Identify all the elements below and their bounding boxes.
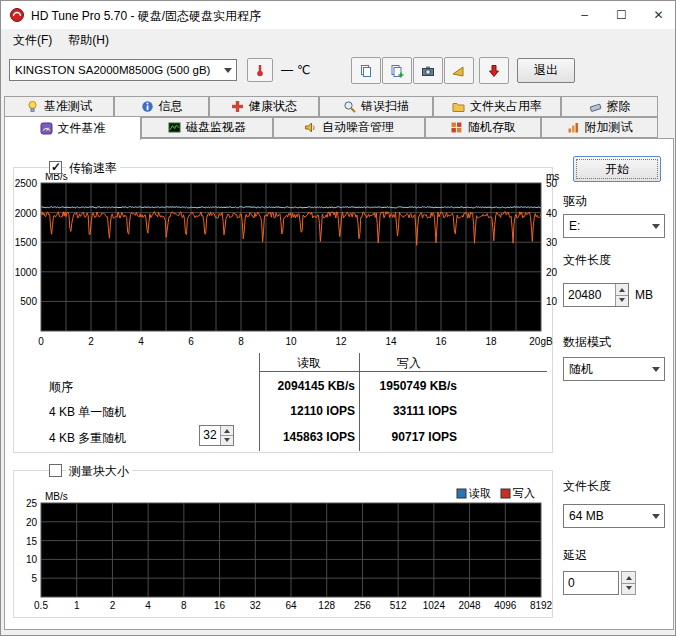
svg-text:500: 500 — [20, 296, 37, 307]
exit-button[interactable]: 退出 — [517, 58, 575, 83]
tab-info[interactable]: 信息 — [114, 96, 209, 117]
block-size-checkbox[interactable] — [49, 464, 62, 477]
hdtune-window: HD Tune Pro 5.70 - 硬盘/固态硬盘实用程序 – ☐ ✕ 文件(… — [0, 0, 676, 636]
delay-up-button[interactable] — [622, 572, 635, 584]
file-length-unit: MB — [635, 288, 653, 302]
tab-label: 磁盘监视器 — [186, 119, 246, 136]
tab-label: 文件夹占用率 — [470, 98, 542, 115]
4k-single-read-value: 12110 IOPS — [259, 404, 355, 418]
block-file-length-combobox[interactable]: 64 MB — [563, 504, 665, 528]
delay-spinner[interactable] — [621, 571, 636, 595]
file-length-up-button[interactable] — [616, 284, 628, 296]
queue-depth-value: 32 — [200, 426, 220, 445]
tab-random-access[interactable]: 随机存取 — [425, 117, 541, 138]
tab-error-scan[interactable]: 错误扫描 — [319, 96, 433, 117]
file-length-input[interactable]: 20480 — [563, 283, 629, 307]
drive-select[interactable]: KINGSTON SA2000M8500G (500 gB) — [9, 59, 237, 81]
svg-text:读取: 读取 — [468, 487, 491, 499]
tab-file-benchmark[interactable]: 文件基准 — [4, 116, 141, 140]
file-length-label: 文件长度 — [563, 252, 611, 269]
svg-text:写入: 写入 — [513, 487, 535, 499]
svg-text:0.5: 0.5 — [34, 600, 48, 611]
svg-text:2: 2 — [88, 336, 94, 347]
temperature-button[interactable] — [247, 58, 273, 82]
delay-down-button[interactable] — [622, 584, 635, 595]
4k-multi-write-value: 90717 IOPS — [359, 430, 457, 444]
svg-text:1: 1 — [74, 600, 80, 611]
temperature-value: — — [281, 63, 293, 77]
tab-health[interactable]: 健康状态 — [209, 96, 319, 117]
delay-input[interactable]: 0 — [563, 571, 619, 595]
svg-text:20gB: 20gB — [529, 336, 553, 347]
copy-text-button[interactable] — [351, 57, 381, 84]
transfer-rate-checkbox[interactable] — [49, 161, 62, 174]
menubar: 文件(F) 帮助(H) — [1, 29, 675, 51]
svg-text:30: 30 — [546, 237, 558, 248]
thermometer-icon — [253, 63, 267, 77]
horn-icon — [452, 64, 466, 78]
block-size-label: 测量块大小 — [66, 463, 132, 480]
data-mode-label: 数据模式 — [563, 334, 611, 351]
svg-text:1024: 1024 — [423, 600, 446, 611]
copy-image-button[interactable] — [382, 57, 412, 84]
download-button[interactable] — [479, 57, 509, 84]
tab-label: 信息 — [159, 98, 183, 115]
tab-aam[interactable]: 自动噪音管理 — [273, 117, 425, 138]
start-button[interactable]: 开始 — [573, 156, 661, 182]
svg-text:10: 10 — [285, 336, 297, 347]
tab-label: 自动噪音管理 — [322, 119, 394, 136]
copy-add-icon — [390, 64, 404, 78]
4k-single-write-value: 33111 IOPS — [359, 404, 457, 418]
chevron-down-icon — [220, 60, 236, 80]
queue-depth-down-button[interactable] — [221, 436, 233, 445]
menu-item-help[interactable]: 帮助(H) — [60, 29, 117, 52]
tab-erase[interactable]: 擦除 — [561, 96, 658, 117]
svg-text:512: 512 — [390, 600, 407, 611]
svg-text:25: 25 — [26, 498, 38, 509]
folder-icon — [452, 100, 465, 113]
queue-depth-up-button[interactable] — [221, 426, 233, 436]
erase-icon — [589, 100, 602, 113]
info-icon — [141, 100, 154, 113]
svg-text:18: 18 — [485, 336, 497, 347]
svg-text:2000: 2000 — [15, 208, 38, 219]
tab-label: 健康状态 — [249, 98, 297, 115]
drive-select-value: KINGSTON SA2000M8500G (500 gB) — [10, 64, 220, 76]
data-mode-combobox[interactable]: 随机 — [563, 357, 665, 381]
svg-text:MB/s: MB/s — [45, 491, 68, 502]
app-icon — [9, 7, 25, 23]
block-size-chart: 5101520250.51248163264128256512102420484… — [11, 487, 561, 615]
svg-text:8: 8 — [181, 600, 187, 611]
svg-text:10: 10 — [26, 554, 38, 565]
sound-button[interactable] — [444, 57, 474, 84]
tab-label: 错误扫描 — [361, 98, 409, 115]
tab-benchmark[interactable]: 基准测试 — [4, 96, 114, 117]
minimize-button[interactable]: – — [566, 1, 603, 29]
file-length-down-button[interactable] — [616, 296, 628, 307]
block-file-length-label: 文件长度 — [563, 478, 611, 495]
maximize-button[interactable]: ☐ — [603, 1, 640, 29]
close-button[interactable]: ✕ — [640, 1, 676, 29]
tab-extra-tests[interactable]: 附加测试 — [541, 117, 658, 138]
tab-disk-monitor[interactable]: 磁盘监视器 — [141, 117, 273, 138]
svg-text:ms: ms — [546, 173, 559, 182]
drive-combobox[interactable]: E: — [563, 214, 665, 238]
screenshot-button[interactable] — [413, 57, 443, 84]
svg-text:4: 4 — [145, 600, 151, 611]
svg-text:2500: 2500 — [15, 178, 38, 189]
delay-label: 延迟 — [563, 547, 587, 564]
tab-folder-usage[interactable]: 文件夹占用率 — [433, 96, 561, 117]
svg-text:1500: 1500 — [15, 237, 38, 248]
svg-text:128: 128 — [318, 600, 335, 611]
scan-icon — [343, 100, 356, 113]
chevron-down-icon — [648, 358, 664, 380]
svg-text:2: 2 — [110, 600, 116, 611]
menu-item-file[interactable]: 文件(F) — [5, 29, 60, 52]
4k-multi-read-value: 145863 IOPS — [259, 430, 355, 444]
copy-pages-icon — [359, 64, 373, 78]
drive-label: 驱动 — [563, 193, 587, 210]
svg-text:20: 20 — [546, 267, 558, 278]
queue-depth-spinner[interactable]: 32 — [199, 425, 234, 446]
svg-text:256: 256 — [354, 600, 371, 611]
chevron-down-icon — [648, 215, 664, 237]
